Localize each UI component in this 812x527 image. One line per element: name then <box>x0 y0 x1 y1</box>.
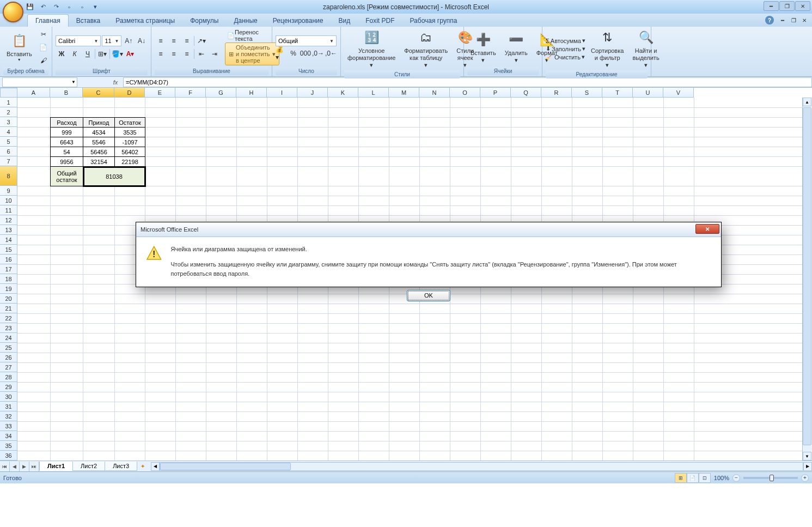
zoom-slider[interactable] <box>743 477 798 479</box>
column-header[interactable]: S <box>572 88 602 98</box>
help-icon[interactable]: ? <box>765 16 774 25</box>
column-header[interactable]: I <box>267 88 297 98</box>
scroll-down-icon[interactable]: ▼ <box>803 452 811 461</box>
close-button[interactable]: ✕ <box>795 1 810 11</box>
row-header[interactable]: 14 <box>0 235 17 245</box>
row-header[interactable]: 19 <box>0 284 17 294</box>
row-header[interactable]: 34 <box>0 431 17 441</box>
vscroll-thumb[interactable] <box>803 107 811 445</box>
column-header[interactable]: K <box>328 88 358 98</box>
dialog-close-button[interactable]: ✕ <box>695 224 719 234</box>
total-value-cell[interactable]: 81038 <box>83 167 145 186</box>
table-cell[interactable]: 6643 <box>51 137 83 147</box>
align-middle-icon[interactable]: ≡ <box>168 35 180 47</box>
table-cell[interactable]: 32154 <box>83 157 115 167</box>
tab-insert[interactable]: Вставка <box>69 15 108 27</box>
italic-icon[interactable]: К <box>69 48 81 60</box>
name-box[interactable]: ▼ <box>2 77 77 87</box>
table-cell[interactable]: 5546 <box>83 137 115 147</box>
row-header[interactable]: 28 <box>0 372 17 382</box>
column-header[interactable]: A <box>17 88 50 98</box>
thousands-icon[interactable]: 000 <box>300 47 311 59</box>
tab-formulas[interactable]: Формулы <box>182 15 226 27</box>
tab-data[interactable]: Данные <box>226 15 265 27</box>
column-header[interactable]: F <box>175 88 206 98</box>
row-header[interactable]: 13 <box>0 225 17 235</box>
zoom-in-icon[interactable]: + <box>801 474 809 482</box>
column-header[interactable]: N <box>419 88 450 98</box>
zoom-thumb[interactable] <box>770 475 774 481</box>
fx-button[interactable]: fx <box>110 77 121 87</box>
row-header[interactable]: 9 <box>0 186 17 196</box>
office-button[interactable] <box>3 2 23 22</box>
autosum-button[interactable]: Σ Автосумма ▾ <box>546 37 585 44</box>
tab-home[interactable]: Главная <box>27 14 69 27</box>
decrease-decimal-icon[interactable]: ,0← <box>325 47 337 59</box>
column-header[interactable]: E <box>145 88 175 98</box>
grow-font-icon[interactable]: A↑ <box>123 35 135 47</box>
font-name-combo[interactable]: Calibri▼ <box>56 35 101 46</box>
workbook-minimize-icon[interactable]: ━ <box>778 16 787 24</box>
row-header[interactable]: 1 <box>0 98 17 107</box>
column-header[interactable]: B <box>50 88 83 98</box>
workbook-close-icon[interactable]: ✕ <box>800 16 809 24</box>
row-header[interactable]: 12 <box>0 215 17 225</box>
tab-view[interactable]: Вид <box>331 15 358 27</box>
align-bottom-icon[interactable]: ≡ <box>181 35 193 47</box>
row-header[interactable]: 4 <box>0 127 17 137</box>
row-header[interactable]: 32 <box>0 411 17 421</box>
last-sheet-icon[interactable]: ⏭ <box>29 462 39 471</box>
increase-indent-icon[interactable]: ⇥ <box>209 48 221 60</box>
scroll-left-icon[interactable]: ◀ <box>151 462 160 471</box>
namebox-dropdown-icon[interactable]: ▼ <box>71 80 76 84</box>
scroll-up-icon[interactable]: ▲ <box>803 98 811 106</box>
zoom-percent[interactable]: 100% <box>714 475 729 481</box>
sheet-tab-1[interactable]: Лист1 <box>39 462 73 471</box>
tab-workgroup[interactable]: Рабочая группа <box>402 15 465 27</box>
table-cell[interactable]: 56402 <box>115 147 145 157</box>
qat-icon[interactable]: ▫ <box>64 2 74 12</box>
column-header[interactable]: L <box>358 88 389 98</box>
clear-button[interactable]: 🧹 Очистить ▾ <box>546 53 585 60</box>
row-header[interactable]: 21 <box>0 304 17 313</box>
hscroll-thumb[interactable] <box>160 463 291 470</box>
row-header[interactable]: 15 <box>0 245 17 255</box>
fill-button[interactable]: ⬇ Заполнить ▾ <box>546 45 585 52</box>
prev-sheet-icon[interactable]: ◀ <box>10 462 20 471</box>
table-header[interactable]: Остаток <box>115 118 145 128</box>
row-header[interactable]: 26 <box>0 353 17 362</box>
row-header[interactable]: 16 <box>0 255 17 264</box>
table-cell[interactable]: 3535 <box>115 128 145 137</box>
column-header[interactable]: O <box>450 88 480 98</box>
delete-cells-button[interactable]: ➖Удалить▾ <box>502 30 531 65</box>
row-header[interactable]: 25 <box>0 343 17 353</box>
orientation-icon[interactable]: ↗▾ <box>196 35 207 47</box>
merge-center-button[interactable]: ⊞ Объединить и поместить в центре ▾ <box>225 43 279 65</box>
row-header[interactable]: 22 <box>0 313 17 323</box>
save-icon[interactable]: 💾 <box>25 2 35 12</box>
row-header[interactable]: 3 <box>0 117 17 127</box>
tab-foxit[interactable]: Foxit PDF <box>358 15 402 27</box>
column-header[interactable]: R <box>541 88 572 98</box>
total-label-cell[interactable]: Общий остаток <box>51 167 83 186</box>
decrease-indent-icon[interactable]: ⇤ <box>196 48 207 60</box>
fill-color-icon[interactable]: 🪣▾ <box>111 48 123 60</box>
row-header[interactable]: 35 <box>0 441 17 451</box>
vertical-scrollbar[interactable]: ▲ ▼ <box>802 98 812 461</box>
table-cell[interactable]: 9956 <box>51 157 83 167</box>
workbook-restore-icon[interactable]: ❐ <box>789 16 798 24</box>
column-header[interactable]: T <box>602 88 633 98</box>
align-top-icon[interactable]: ≡ <box>155 35 167 47</box>
horizontal-scrollbar[interactable]: ◀ ▶ <box>151 462 812 471</box>
align-center-icon[interactable]: ≡ <box>168 48 180 60</box>
column-header[interactable]: G <box>206 88 236 98</box>
table-cell[interactable]: 56456 <box>83 147 115 157</box>
page-layout-view-icon[interactable]: 📄 <box>687 473 699 483</box>
shrink-font-icon[interactable]: A↓ <box>136 35 148 47</box>
column-header[interactable]: D <box>114 88 145 98</box>
copy-icon[interactable]: 📄 <box>38 41 50 53</box>
select-all-corner[interactable] <box>0 88 17 98</box>
conditional-format-button[interactable]: 🔢Условное форматирование▾ <box>344 28 399 70</box>
column-header[interactable]: M <box>389 88 419 98</box>
minimize-button[interactable]: ━ <box>764 1 779 11</box>
